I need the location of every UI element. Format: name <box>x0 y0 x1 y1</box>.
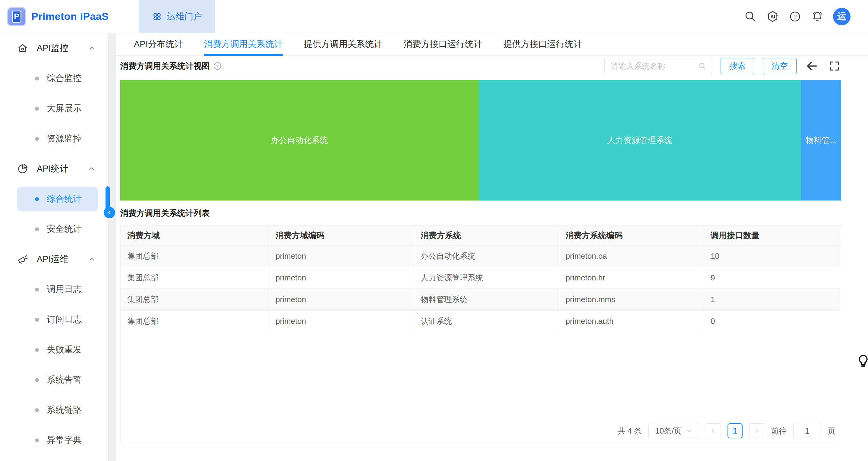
sidebar-item-subscription-logs[interactable]: 订阅日志 <box>0 305 108 335</box>
top-header: P Primeton iPaaS 运维门户 <box>0 0 868 33</box>
column-header: 消费方系统 <box>414 225 559 245</box>
megaphone-icon <box>17 253 28 265</box>
tab-consumer-api-runtime[interactable]: 消费方接口运行统计 <box>404 33 483 56</box>
sidebar-item-call-logs[interactable]: 调用日志 <box>0 274 108 305</box>
sidebar-item-big-screen[interactable]: 大屏展示 <box>0 93 108 124</box>
column-header: 消费方系统编码 <box>559 225 704 245</box>
tab-provider-call-relation[interactable]: 提供方调用关系统计 <box>304 33 382 56</box>
sidebar-group-api-statistics[interactable]: API统计 <box>0 154 108 184</box>
chevron-left-icon <box>106 210 113 216</box>
brand-area: P Primeton iPaaS <box>0 7 139 26</box>
bullet-dot-icon <box>35 378 39 382</box>
bullet-dot-icon <box>35 348 39 352</box>
svg-text:?: ? <box>216 64 219 69</box>
bullet-dot-icon <box>35 318 39 322</box>
treemap-block-hr[interactable]: 人力资源管理系统 <box>478 80 801 201</box>
table-row: 集团总部 primeton 认证系统 primeton.auth 0 <box>121 311 841 332</box>
lightbulb-icon[interactable] <box>856 354 868 370</box>
sidebar-item-exception-dictionary[interactable]: 异常字典 <box>0 425 108 455</box>
svg-text:AI: AI <box>770 14 775 19</box>
notification-bell-icon[interactable] <box>811 10 824 23</box>
list-title: 消费方调用关系统计列表 <box>120 208 841 217</box>
table-header: 消费方域 消费方域编码 消费方系统 消费方系统编码 调用接口数量 <box>121 225 841 245</box>
primeton-logo-icon: P <box>7 7 26 26</box>
pagination: 共 4 条 10条/页 1 前往 <box>121 420 841 442</box>
chevron-up-icon <box>88 255 96 263</box>
tab-provider-api-runtime[interactable]: 提供方接口运行统计 <box>503 33 582 56</box>
bullet-dot-icon <box>35 76 39 81</box>
sidebar: API监控 综合监控 大屏展示 资源监控 <box>0 33 108 461</box>
arrow-left-icon[interactable] <box>805 59 819 73</box>
search-button[interactable]: 搜索 <box>720 58 754 74</box>
tab-consumer-call-relation[interactable]: 消费方调用关系统计 <box>204 33 283 56</box>
tab-api-distribution[interactable]: API分布统计 <box>134 33 183 56</box>
statistics-tabs: API分布统计 消费方调用关系统计 提供方调用关系统计 消费方接口运行统计 提供… <box>116 33 868 56</box>
system-name-search[interactable] <box>604 58 712 74</box>
sidebar-item-security-statistics[interactable]: 安全统计 <box>0 214 108 244</box>
bullet-dot-icon <box>35 137 39 141</box>
table-row: 集团总部 primeton 人力资源管理系统 primeton.hr 9 <box>121 267 841 289</box>
column-header: 调用接口数量 <box>704 225 841 245</box>
chevron-down-icon <box>686 428 692 434</box>
chevron-up-icon <box>88 44 96 52</box>
column-header: 消费方域编码 <box>269 225 414 245</box>
bullet-dot-icon <box>35 197 39 201</box>
bullet-dot-icon <box>35 227 39 231</box>
pie-chart-icon <box>17 163 28 175</box>
search-icon[interactable] <box>744 10 757 23</box>
chevron-left-icon <box>710 428 717 434</box>
treemap-block-mms[interactable]: 物料管... <box>801 80 841 201</box>
next-page-button[interactable] <box>749 423 764 438</box>
sidebar-item-failure-retry[interactable]: 失败重发 <box>0 335 108 365</box>
bullet-dot-icon <box>35 438 39 442</box>
help-icon[interactable]: ? <box>788 10 802 23</box>
avatar[interactable]: 运 <box>833 8 850 25</box>
sidebar-group-label: API统计 <box>37 163 88 175</box>
view-toolbar: 消费方调用关系统计视图 ? <box>120 58 841 74</box>
search-icon <box>698 62 707 70</box>
bullet-dot-icon <box>35 288 39 291</box>
question-circle-icon[interactable]: ? <box>213 62 222 70</box>
app-root: P Primeton iPaaS 运维门户 <box>0 0 868 461</box>
portal-tab-ops[interactable]: 运维门户 <box>139 0 215 33</box>
view-title: 消费方调用关系统计视图 <box>120 61 210 71</box>
consumer-call-table: 消费方域 消费方域编码 消费方系统 消费方系统编码 调用接口数量 集团总部 pr… <box>120 225 841 442</box>
goto-page-input[interactable] <box>793 423 821 439</box>
home-icon <box>17 42 28 54</box>
brand-title: Primeton iPaaS <box>31 10 108 22</box>
goto-unit: 页 <box>828 426 835 436</box>
ai-assistant-icon[interactable]: AI <box>766 10 779 23</box>
sidebar-item-resource-monitor[interactable]: 资源监控 <box>0 124 108 154</box>
sidebar-group-api-monitor[interactable]: API监控 <box>0 33 108 63</box>
sidebar-item-comprehensive-statistics[interactable]: 综合统计 <box>17 187 98 211</box>
chevron-right-icon <box>753 428 760 434</box>
grid-icon <box>152 11 162 22</box>
sidebar-group-label: API运维 <box>37 253 88 265</box>
table-row: 集团总部 primeton 办公自动化系统 primeton.oa 10 <box>121 245 841 267</box>
sidebar-item-system-links[interactable]: 系统链路 <box>0 395 108 425</box>
page-body: API监控 综合监控 大屏展示 资源监控 <box>0 33 868 461</box>
svg-text:?: ? <box>794 13 797 20</box>
search-input[interactable] <box>611 62 698 71</box>
prev-page-button[interactable] <box>706 423 721 438</box>
page-number-1[interactable]: 1 <box>727 423 743 438</box>
pagination-total: 共 4 条 <box>617 426 642 436</box>
sidebar-group-api-ops[interactable]: API运维 <box>0 244 108 274</box>
treemap-block-oa[interactable]: 办公自动化系统 <box>120 80 478 201</box>
sidebar-group-label: API监控 <box>37 42 88 54</box>
bullet-dot-icon <box>35 408 39 412</box>
column-header: 消费方域 <box>121 225 269 245</box>
table-row: 集团总部 primeton 物料管理系统 primeton.mms 1 <box>121 289 841 311</box>
sidebar-collapse-button[interactable] <box>104 207 115 218</box>
sidebar-item-comprehensive-monitor[interactable]: 综合监控 <box>0 63 108 93</box>
fullscreen-icon[interactable] <box>827 59 841 73</box>
sidebar-item-system-alerts[interactable]: 系统告警 <box>0 365 108 395</box>
clear-button[interactable]: 清空 <box>763 58 797 74</box>
main-content: API分布统计 消费方调用关系统计 提供方调用关系统计 消费方接口运行统计 提供… <box>116 33 868 461</box>
chevron-up-icon <box>88 165 96 173</box>
portal-tab-label: 运维门户 <box>167 10 202 23</box>
page-size-select[interactable]: 10条/页 <box>649 423 699 439</box>
bullet-dot-icon <box>35 107 39 111</box>
goto-label: 前往 <box>771 426 786 436</box>
header-actions: AI ? 运 <box>744 8 868 25</box>
